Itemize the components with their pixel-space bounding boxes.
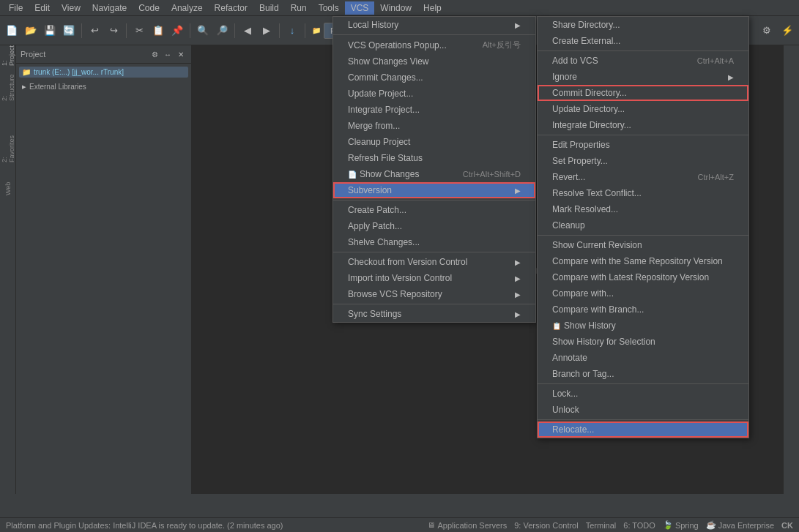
statusbar-spring[interactable]: 🍃 Spring	[663, 520, 699, 530]
vcs-menu-merge-from[interactable]: Merge from...	[333, 118, 535, 134]
sub-annotate[interactable]: Annotate	[538, 350, 748, 366]
undo-btn[interactable]: ↩	[86, 22, 103, 40]
tree-item-root[interactable]: ▸ External Libraries	[19, 80, 188, 93]
spring-label: Spring	[675, 521, 699, 530]
sub-update-directory[interactable]: Update Directory...	[538, 101, 748, 117]
vcs-menu-import-vcs[interactable]: Import into Version Control ▶	[333, 270, 535, 286]
browse-vcs-label: Browse VCS Repository	[348, 289, 442, 299]
sub-lock[interactable]: Lock...	[538, 386, 748, 402]
statusbar-terminal[interactable]: Terminal	[586, 521, 617, 530]
menu-run[interactable]: Run	[285, 1, 313, 15]
sub-relocate[interactable]: Relocate...	[538, 422, 748, 438]
statusbar-app-servers[interactable]: 🖥 Application Servers	[428, 521, 507, 530]
sub-compare-with[interactable]: Compare with...	[538, 285, 748, 301]
panel-close-btn[interactable]: ✕	[175, 48, 187, 60]
sub-set-property[interactable]: Set Property...	[538, 153, 748, 169]
paste-btn[interactable]: 📌	[168, 22, 186, 40]
sub-show-history-selection[interactable]: Show History for Selection	[538, 334, 748, 350]
left-panel-project-icon[interactable]: 1: Project	[1, 48, 15, 63]
branch-path-label: trunk (E:...) [jj_wor... rTrunk]	[34, 68, 124, 76]
toolbar-sep-3	[190, 23, 190, 38]
vcs-menu-create-patch[interactable]: Create Patch...	[333, 202, 535, 218]
import-vcs-arrow: ▶	[515, 274, 521, 282]
settings-icon-btn[interactable]: ⚙	[758, 22, 776, 40]
menu-edit[interactable]: Edit	[29, 1, 56, 15]
vcs-menu-operations-popup[interactable]: VCS Operations Popup... Alt+反引号	[333, 37, 535, 53]
menu-tools[interactable]: Tools	[313, 1, 345, 15]
show-history-selection-label: Show History for Selection	[552, 337, 655, 347]
sub-add-to-vcs[interactable]: Add to VCS Ctrl+Alt+A	[538, 53, 748, 69]
menu-file[interactable]: File	[3, 1, 29, 15]
project-folder-icon: 📁	[312, 26, 321, 34]
power-btn[interactable]: ⚡	[778, 22, 796, 40]
vcs-menu-cleanup-project[interactable]: Cleanup Project	[333, 134, 535, 150]
left-panel-fav-icon[interactable]: 2: Favorites	[1, 142, 15, 157]
replace-btn[interactable]: 🔎	[213, 22, 231, 40]
find-btn[interactable]: 🔍	[194, 22, 212, 40]
sub-branch-or-tag[interactable]: Branch or Tag...	[538, 366, 748, 382]
redo-btn[interactable]: ↪	[105, 22, 122, 40]
menu-build[interactable]: Build	[253, 1, 285, 15]
sub-mark-resolved[interactable]: Mark Resolved...	[538, 201, 748, 217]
sync-btn[interactable]: 🔄	[60, 22, 78, 40]
panel-expand-btn[interactable]: ↔	[162, 48, 174, 60]
left-panel-web-icon[interactable]: Web	[1, 181, 15, 196]
vcs-sep-2	[333, 200, 535, 201]
vcs-menu-update-project[interactable]: Update Project...	[333, 86, 535, 102]
sub-cleanup[interactable]: Cleanup	[538, 217, 748, 233]
vcs-menu-apply-patch[interactable]: Apply Patch...	[333, 218, 535, 234]
menu-help[interactable]: Help	[417, 1, 447, 15]
statusbar-todo[interactable]: 6: TODO	[623, 521, 655, 530]
menu-view[interactable]: View	[56, 1, 86, 15]
left-panel-structure-icon[interactable]: 2: Structure	[1, 80, 15, 95]
vcs-menu-subversion[interactable]: Subversion ▶	[333, 182, 535, 198]
project-panel: Project ⚙ ↔ ✕ 📁 trunk (E:...) [jj_wor...…	[16, 45, 192, 494]
project-tree: 📁 trunk (E:...) [jj_wor... rTrunk] ▸ Ext…	[16, 64, 191, 494]
sub-integrate-directory[interactable]: Integrate Directory...	[538, 117, 748, 133]
sub-revert[interactable]: Revert... Ctrl+Alt+Z	[538, 169, 748, 185]
forward-btn[interactable]: ▶	[258, 22, 275, 40]
sub-commit-directory[interactable]: Commit Directory...	[538, 85, 748, 101]
integrate-project-label: Integrate Project...	[348, 105, 420, 115]
sub-show-current-revision[interactable]: Show Current Revision	[538, 237, 748, 253]
vcs-menu-local-history[interactable]: Local History ▶	[333, 17, 535, 33]
menu-vcs[interactable]: VCS	[345, 1, 375, 15]
vcs-menu-show-changes-view[interactable]: Show Changes View	[333, 53, 535, 70]
menu-refactor[interactable]: Refactor	[209, 1, 253, 15]
new-file-btn[interactable]: 📄	[3, 22, 21, 40]
back-btn[interactable]: ◀	[239, 22, 256, 40]
cut-btn[interactable]: ✂	[130, 22, 148, 40]
menu-code[interactable]: Code	[133, 1, 166, 15]
vcs-menu-integrate-project[interactable]: Integrate Project...	[333, 102, 535, 118]
vcs-menu-commit-changes[interactable]: Commit Changes...	[333, 70, 535, 86]
vcs-menu-sync-settings[interactable]: Sync Settings ▶	[333, 306, 535, 322]
sub-compare-with-branch[interactable]: Compare with Branch...	[538, 301, 748, 318]
sub-edit-properties[interactable]: Edit Properties	[538, 137, 748, 153]
copy-btn[interactable]: 📋	[149, 22, 167, 40]
save-btn[interactable]: 💾	[41, 22, 59, 40]
sub-ignore[interactable]: Ignore ▶	[538, 69, 748, 85]
sub-resolve-text-conflict[interactable]: Resolve Text Conflict...	[538, 185, 748, 201]
sub-sep-2	[538, 135, 748, 135]
menu-navigate[interactable]: Navigate	[86, 1, 133, 15]
sub-unlock[interactable]: Unlock	[538, 402, 748, 418]
sub-show-history[interactable]: 📋 Show History	[538, 318, 748, 334]
show-changes-icon: 📄	[348, 171, 357, 179]
statusbar-version-control[interactable]: 9: Version Control	[514, 521, 578, 530]
vcs-update-btn[interactable]: ↓	[283, 22, 301, 40]
vcs-menu-refresh-file-status[interactable]: Refresh File Status	[333, 150, 535, 166]
menu-analyze[interactable]: Analyze	[166, 1, 209, 15]
vcs-menu-show-changes[interactable]: 📄 Show Changes Ctrl+Alt+Shift+D	[333, 166, 535, 182]
vcs-menu-checkout-vcs[interactable]: Checkout from Version Control ▶	[333, 254, 535, 270]
statusbar-java-enterprise[interactable]: ☕ Java Enterprise	[706, 520, 774, 530]
sub-create-external[interactable]: Create External...	[538, 33, 748, 49]
panel-settings-btn[interactable]: ⚙	[149, 48, 160, 60]
sub-compare-same-repo[interactable]: Compare with the Same Repository Version	[538, 253, 748, 269]
sub-compare-latest-repo[interactable]: Compare with Latest Repository Version	[538, 269, 748, 285]
vcs-menu-browse-vcs[interactable]: Browse VCS Repository ▶	[333, 286, 535, 302]
vcs-menu-shelve-changes[interactable]: Shelve Changes...	[333, 234, 535, 250]
menu-window[interactable]: Window	[374, 1, 417, 15]
open-btn[interactable]: 📂	[22, 22, 40, 40]
sub-share-directory[interactable]: Share Directory...	[538, 17, 748, 33]
compare-latest-repo-label: Compare with Latest Repository Version	[552, 272, 709, 282]
